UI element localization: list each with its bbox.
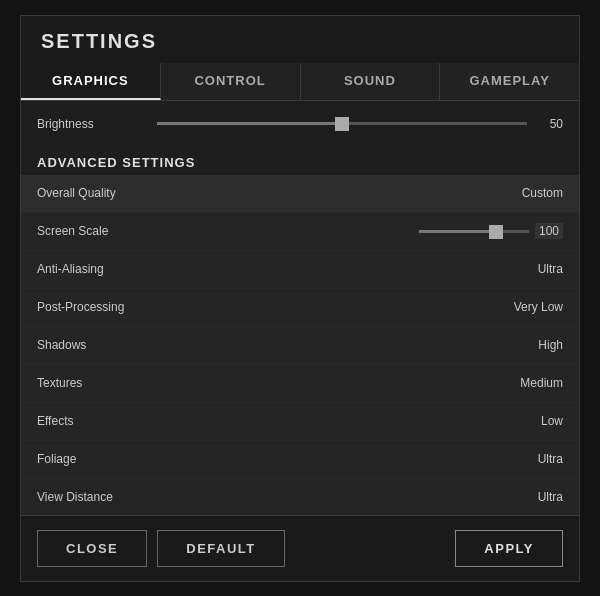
setting-row-textures[interactable]: Textures Medium <box>21 365 579 403</box>
brightness-track[interactable] <box>157 122 527 125</box>
screen-scale-fill <box>419 230 496 233</box>
setting-row-shadows[interactable]: Shadows High <box>21 327 579 365</box>
setting-row-screen-scale[interactable]: Screen Scale 100 <box>21 213 579 251</box>
setting-value-post-processing: Very Low <box>514 300 563 314</box>
setting-row-view-distance[interactable]: View Distance Ultra <box>21 479 579 515</box>
setting-name-post-processing: Post-Processing <box>37 300 514 314</box>
content-area: Brightness 50 <box>21 101 579 151</box>
advanced-settings-title: ADVANCED SETTINGS <box>37 149 195 174</box>
tab-graphics[interactable]: GRAPHICS <box>21 63 161 100</box>
setting-name-shadows: Shadows <box>37 338 538 352</box>
setting-name-overall-quality: Overall Quality <box>37 186 522 200</box>
setting-row-anti-aliasing[interactable]: Anti-Aliasing Ultra <box>21 251 579 289</box>
setting-name-anti-aliasing: Anti-Aliasing <box>37 262 538 276</box>
setting-value-foliage: Ultra <box>538 452 563 466</box>
setting-row-effects[interactable]: Effects Low <box>21 403 579 441</box>
tab-control[interactable]: CONTROL <box>161 63 301 100</box>
setting-row-foliage[interactable]: Foliage Ultra <box>21 441 579 479</box>
screen-scale-track[interactable] <box>419 230 529 233</box>
screen-scale-value: 100 <box>535 223 563 239</box>
apply-button[interactable]: APPLY <box>455 530 563 567</box>
close-button[interactable]: CLOSE <box>37 530 147 567</box>
setting-value-anti-aliasing: Ultra <box>538 262 563 276</box>
setting-value-textures: Medium <box>520 376 563 390</box>
tab-sound[interactable]: SOUND <box>301 63 441 100</box>
setting-name-effects: Effects <box>37 414 541 428</box>
tab-gameplay[interactable]: GAMEPLAY <box>440 63 579 100</box>
setting-row-post-processing[interactable]: Post-Processing Very Low <box>21 289 579 327</box>
brightness-thumb[interactable] <box>335 117 349 131</box>
screen-scale-thumb[interactable] <box>489 225 503 239</box>
setting-value-view-distance: Ultra <box>538 490 563 504</box>
setting-value-overall-quality: Custom <box>522 186 563 200</box>
setting-name-view-distance: View Distance <box>37 490 538 504</box>
modal-header: SETTINGS <box>21 16 579 63</box>
setting-name-textures: Textures <box>37 376 520 390</box>
footer: CLOSE DEFAULT APPLY <box>21 515 579 581</box>
overlay: SETTINGS GRAPHICS CONTROL SOUND GAMEPLAY… <box>0 0 600 596</box>
tabs-container: GRAPHICS CONTROL SOUND GAMEPLAY <box>21 63 579 101</box>
brightness-value: 50 <box>535 117 563 131</box>
brightness-fill <box>157 122 342 125</box>
screen-scale-slider[interactable]: 100 <box>419 223 563 239</box>
brightness-label: Brightness <box>37 117 157 131</box>
setting-name-screen-scale: Screen Scale <box>37 224 419 238</box>
brightness-row: Brightness 50 <box>37 111 563 137</box>
brightness-slider-container[interactable]: 50 <box>157 117 563 131</box>
setting-value-effects: Low <box>541 414 563 428</box>
setting-row-overall-quality[interactable]: Overall Quality Custom <box>21 175 579 213</box>
settings-modal: SETTINGS GRAPHICS CONTROL SOUND GAMEPLAY… <box>20 15 580 582</box>
modal-title: SETTINGS <box>41 30 157 52</box>
settings-list: Overall Quality Custom Screen Scale 100 … <box>21 175 579 515</box>
default-button[interactable]: DEFAULT <box>157 530 284 567</box>
setting-name-foliage: Foliage <box>37 452 538 466</box>
setting-value-shadows: High <box>538 338 563 352</box>
